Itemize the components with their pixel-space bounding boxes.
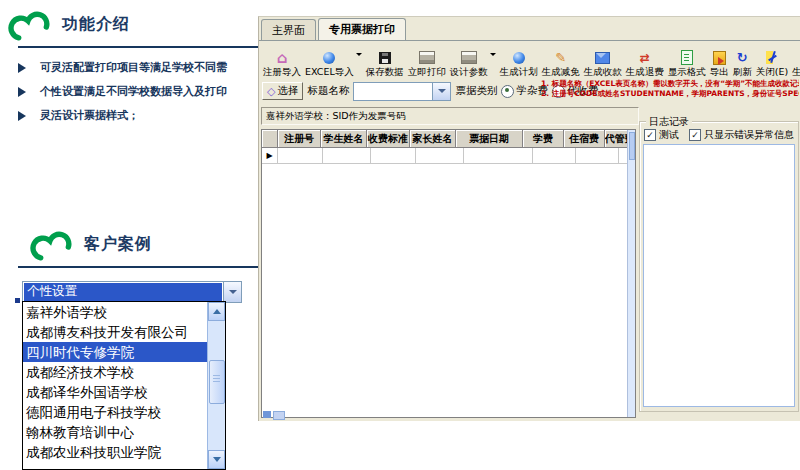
toolbar-button-generate-waiver[interactable]: ✎ 生成减免 bbox=[540, 43, 582, 78]
toolbar-button-excel-import[interactable]: EXCEL导入 bbox=[303, 43, 356, 78]
grid-header-cell[interactable]: 收费标准 bbox=[367, 130, 410, 148]
bottom-markers bbox=[263, 411, 285, 420]
title-name-value bbox=[354, 83, 432, 100]
toolbar-button-generate-fees[interactable]: ) 生成费用 bbox=[790, 43, 800, 78]
pencil-icon: ✎ bbox=[555, 51, 566, 64]
bullet-arrow-icon bbox=[18, 63, 26, 73]
combobox-dropdown-button[interactable] bbox=[432, 83, 450, 100]
printer-icon bbox=[419, 51, 435, 64]
list-scrollbar[interactable] bbox=[207, 302, 225, 469]
toolbar-button-export[interactable]: 导出 bbox=[708, 43, 731, 78]
dropdown-caret-icon[interactable] bbox=[490, 53, 496, 56]
cloud-logo-icon bbox=[8, 4, 54, 44]
document-icon bbox=[681, 50, 693, 65]
export-icon bbox=[713, 51, 726, 65]
grid-header-cell[interactable]: 学费 bbox=[523, 130, 564, 148]
scroll-up-button[interactable] bbox=[208, 302, 225, 321]
toolbar-button-register-import[interactable]: ⌂ 注册导入 bbox=[261, 43, 303, 78]
grid-header-cell[interactable]: 票据日期 bbox=[456, 130, 523, 148]
title-name-label: 标题名称 bbox=[307, 84, 349, 98]
school-dropdown-list: 嘉祥外语学校 成都博友科技开发有限公司 四川时代专修学院 成都经济技术学校 成都… bbox=[22, 301, 226, 470]
list-item-school[interactable]: 德阳通用电子科技学校 bbox=[23, 402, 208, 422]
chevron-down-icon bbox=[438, 89, 446, 93]
toolbar-button-display-format[interactable]: 显示格式 bbox=[666, 43, 708, 78]
list-item-school[interactable]: 成都经济技术学校 bbox=[23, 362, 208, 382]
combobox-dropdown-button[interactable] bbox=[223, 282, 241, 302]
notice-line-1: 1. 标题名称（EXCEL表页名称）需以数字开头，没有“学期”不能生成收款记录 bbox=[541, 79, 799, 89]
select-button[interactable]: ◇ 选择 bbox=[262, 82, 303, 100]
cases-section-header: 客户案例 bbox=[30, 224, 152, 264]
feature-bullet-text: 可灵活配置打印项目等满足学校不同需 bbox=[40, 60, 227, 75]
features-section-header: 功能介绍 bbox=[8, 4, 130, 44]
tab-main-interface[interactable]: 主界面 bbox=[261, 19, 316, 40]
notice-line-2: 2. 注册号CODE或姓名STUDENTNAME，学期PARENTS，身份证号S… bbox=[541, 89, 799, 99]
log-panel: 日志记录 ✓ 测试 ✓ 只显示错误异常信息 bbox=[639, 121, 799, 412]
swap-arrows-icon: ⇄ bbox=[640, 52, 650, 64]
feature-bullet: 可灵活配置打印项目等满足学校不同需 bbox=[18, 60, 260, 75]
toolbar-button-close[interactable]: 关闭(E) bbox=[754, 43, 790, 78]
chevron-up-icon bbox=[213, 309, 221, 314]
orb-icon bbox=[323, 52, 335, 64]
cases-section-title: 客户案例 bbox=[84, 234, 152, 255]
toolbar-button-refresh[interactable]: ↻ 刷新 bbox=[731, 43, 754, 78]
grid-header-cell[interactable]: 住宿费 bbox=[564, 130, 605, 148]
checkbox-checked-icon: ✓ bbox=[644, 129, 656, 141]
mail-icon bbox=[595, 52, 610, 64]
grid-header-cell[interactable]: 注册号 bbox=[278, 130, 321, 148]
house-icon: ⌂ bbox=[277, 51, 288, 65]
selection-handle bbox=[15, 298, 20, 303]
list-item-school[interactable]: 成都博友科技开发有限公司 bbox=[23, 322, 208, 342]
tab-ticket-printing[interactable]: 专用票据打印 bbox=[318, 18, 406, 40]
feature-bullet-text: 个性设置满足不同学校数据导入及打印 bbox=[40, 84, 227, 99]
features-section-title: 功能介绍 bbox=[62, 14, 130, 35]
tab-bar: 主界面 专用票据打印 bbox=[261, 19, 408, 40]
toolbar-button-generate-receipts[interactable]: 生成收款 bbox=[582, 43, 624, 78]
grid-header-cell[interactable]: 学生姓名 bbox=[321, 130, 367, 148]
list-item-school[interactable]: 成都农业科技职业学院 bbox=[23, 442, 208, 462]
toolbar-button-design-params[interactable]: 设计参数 bbox=[448, 43, 490, 78]
toolbar: ⌂ 注册导入 EXCEL导入 保存数据 立即打印 设计参数 bbox=[261, 42, 799, 78]
refresh-icon: ↻ bbox=[737, 51, 748, 64]
features-divider bbox=[18, 46, 258, 48]
chevron-down-icon bbox=[229, 290, 237, 294]
list-item-school[interactable]: 嘉祥外语学校 bbox=[23, 302, 208, 322]
cloud-logo-icon bbox=[30, 224, 76, 264]
bullet-arrow-icon bbox=[18, 111, 26, 121]
data-grid: 注册号 学生姓名 收费标准 家长姓名 票据日期 学费 住宿费 代管费 ▶ bbox=[261, 129, 636, 418]
scrollbar-thumb[interactable] bbox=[209, 360, 225, 404]
feature-bullet: 个性设置满足不同学校数据导入及打印 bbox=[18, 84, 260, 99]
grid-marker-icon bbox=[273, 411, 285, 420]
scroll-down-button[interactable] bbox=[208, 450, 225, 469]
grid-scrollbar[interactable] bbox=[627, 130, 635, 417]
list-item-school-selected[interactable]: 四川时代专修学院 bbox=[23, 342, 208, 362]
personalization-combobox[interactable]: 个性设置 bbox=[22, 281, 242, 303]
status-bar: 嘉祥外语学校：SID作为发票号码 bbox=[261, 107, 639, 125]
chevron-down-icon bbox=[213, 457, 221, 462]
list-item-school[interactable]: 成都译华外国语学校 bbox=[23, 382, 208, 402]
toolbar-button-generate-plan[interactable]: 生成计划 bbox=[498, 43, 540, 78]
grid-header-row: 注册号 学生姓名 收费标准 家长姓名 票据日期 学费 住宿费 代管费 bbox=[262, 130, 635, 148]
combobox-selected-value: 个性设置 bbox=[24, 283, 222, 301]
printer-icon bbox=[461, 51, 477, 64]
row-selector-icon: ▶ bbox=[262, 148, 278, 164]
list-item-school[interactable]: 翰林教育培训中心 bbox=[23, 422, 208, 442]
log-options: ✓ 测试 ✓ 只显示错误异常信息 bbox=[644, 128, 794, 142]
app-screenshot: 主界面 专用票据打印 ⌂ 注册导入 EXCEL导入 保存数据 立即打印 bbox=[258, 16, 800, 421]
diamond-icon: ◇ bbox=[267, 86, 275, 97]
checkbox-checked-icon: ✓ bbox=[689, 129, 701, 141]
log-panel-title: 日志记录 bbox=[646, 115, 692, 129]
dropdown-caret-icon[interactable] bbox=[356, 53, 362, 56]
checkbox-test[interactable]: ✓ 测试 bbox=[644, 128, 679, 142]
grid-header-cell[interactable]: 家长姓名 bbox=[410, 130, 456, 148]
toolbar-button-generate-refunds[interactable]: ⇄ 生成退费 bbox=[624, 43, 666, 78]
feature-bullet: 灵活设计票据样式； bbox=[18, 108, 260, 123]
title-name-combobox[interactable] bbox=[353, 82, 451, 101]
toolbar-button-save-data[interactable]: 保存数据 bbox=[364, 43, 406, 78]
grid-header-selector bbox=[262, 130, 278, 148]
toolbar-button-print-now[interactable]: 立即打印 bbox=[406, 43, 448, 78]
checkbox-errors-only[interactable]: ✓ 只显示错误异常信息 bbox=[689, 128, 794, 142]
bullet-arrow-icon bbox=[18, 87, 26, 97]
running-man-icon bbox=[766, 51, 778, 64]
grid-empty-row[interactable]: ▶ bbox=[262, 148, 635, 164]
log-list[interactable] bbox=[643, 144, 795, 407]
